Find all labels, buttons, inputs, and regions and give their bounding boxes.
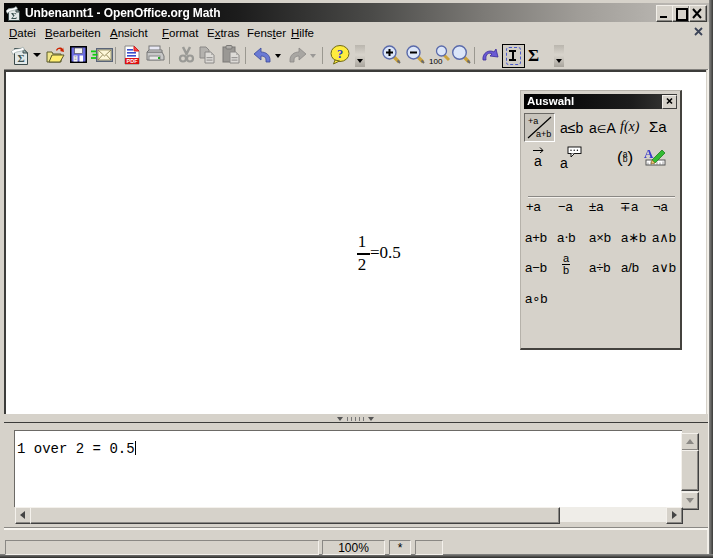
svg-text:a+b: a+b [536, 129, 551, 139]
svg-text:Σ: Σ [11, 11, 17, 21]
svg-text:PDF: PDF [127, 58, 139, 64]
svg-text:+a: +a [528, 116, 538, 126]
svg-text:100: 100 [429, 57, 443, 66]
svg-text:?: ? [337, 47, 343, 61]
svg-text:Σ: Σ [17, 52, 24, 64]
svg-text:A: A [644, 146, 654, 161]
